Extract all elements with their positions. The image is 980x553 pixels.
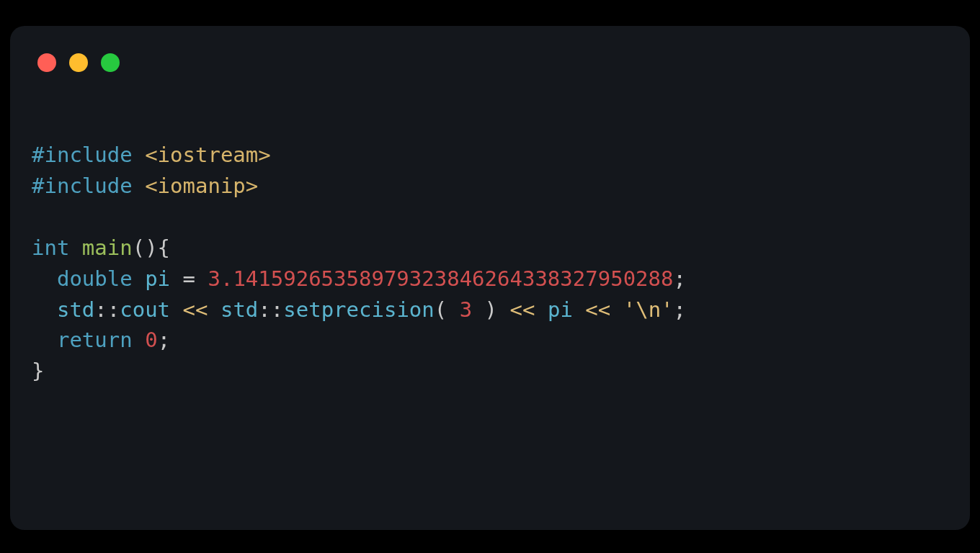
- identifier-cout: cout: [120, 297, 170, 322]
- punct-semi: ;: [674, 297, 686, 322]
- identifier-pi: pi: [548, 297, 573, 322]
- punct-rparen: ): [472, 297, 497, 322]
- zoom-icon[interactable]: [101, 53, 120, 72]
- literal-3: 3: [460, 297, 472, 322]
- punct-lparen: (: [435, 297, 460, 322]
- traffic-lights: [37, 53, 120, 72]
- keyword-return: return: [57, 328, 133, 352]
- punct-close-brace: }: [32, 359, 44, 383]
- identifier-setprecision: setprecision: [283, 297, 435, 322]
- keyword-double: double: [57, 266, 133, 291]
- punct-semi: ;: [673, 266, 685, 291]
- identifier-std: std: [57, 297, 94, 322]
- operator-shl: <<: [510, 297, 535, 322]
- header-iomanip: <iomanip>: [145, 174, 258, 198]
- scope-op: ::: [258, 297, 283, 322]
- minimize-icon[interactable]: [69, 53, 88, 72]
- identifier-pi: pi: [145, 266, 170, 291]
- punct: (){: [133, 235, 170, 260]
- function-main: main: [82, 235, 133, 260]
- preproc-include: #include: [32, 174, 133, 198]
- literal-pi: 3.1415926535897932384626433832795028: [208, 266, 661, 291]
- keyword-int: int: [32, 235, 69, 260]
- literal-pi-tail: 8: [661, 266, 673, 291]
- char-newline: '\n': [623, 297, 674, 322]
- preproc-include: #include: [32, 143, 133, 167]
- operator-shl: <<: [585, 297, 610, 322]
- identifier-std: std: [220, 297, 258, 322]
- punct-semi: ;: [158, 328, 170, 352]
- scope-op: ::: [94, 297, 120, 322]
- code-window: #include <iostream> #include <iomanip> i…: [10, 26, 970, 530]
- operator-shl: <<: [183, 297, 208, 322]
- operator-eq: =: [170, 266, 208, 291]
- literal-0: 0: [145, 328, 157, 352]
- close-icon[interactable]: [37, 53, 56, 72]
- code-block: #include <iostream> #include <iomanip> i…: [32, 140, 686, 387]
- header-iostream: <iostream>: [145, 143, 271, 167]
